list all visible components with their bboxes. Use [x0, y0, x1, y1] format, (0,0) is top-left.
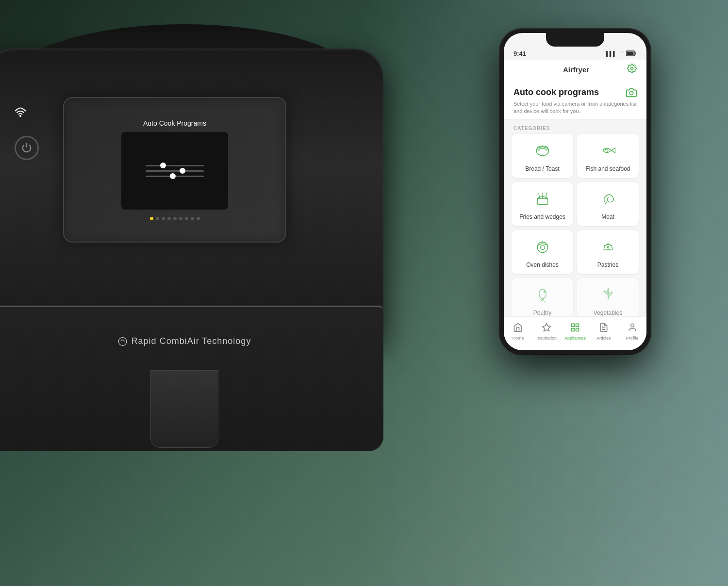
section-description: Select your food via camera or from a ca…: [513, 100, 637, 115]
svg-point-1: [118, 337, 127, 345]
nav-inspiration[interactable]: Inspiration: [532, 323, 561, 341]
phone-notch: [546, 33, 604, 47]
category-fish-seafood[interactable]: Fish and seafood: [577, 134, 639, 178]
section-header: Auto cook programs Select your food via …: [504, 80, 646, 120]
meat-icon: [599, 190, 617, 210]
home-label: Home: [512, 336, 524, 341]
bread-toast-label: Bread / Toast: [525, 165, 560, 172]
svg-rect-15: [576, 328, 579, 331]
rapid-combair-label: Rapid CombiAir Technology: [118, 336, 251, 349]
section-title: Auto cook programs: [513, 87, 599, 98]
vegetables-icon: [599, 286, 617, 306]
category-oven-dishes[interactable]: Oven dishes: [512, 230, 573, 274]
dot-9: [197, 217, 200, 220]
power-button[interactable]: [15, 136, 39, 160]
app-content: Auto cook programs Select your food via …: [504, 80, 646, 334]
dot-7: [185, 217, 188, 220]
panel-dots: [150, 217, 200, 220]
signal-icon: ▌▌▌: [606, 51, 616, 56]
svg-rect-8: [537, 198, 548, 205]
bottom-nav: Home Inspiration: [504, 316, 646, 350]
category-bread-toast[interactable]: Bread / Toast: [512, 134, 573, 178]
dot-3: [162, 217, 165, 220]
header-row: Auto cook programs: [513, 87, 637, 100]
categories-grid: Bread / Toast Fish and seafood: [504, 134, 646, 322]
articles-label: Articles: [596, 336, 611, 341]
panel-icons: [15, 107, 39, 160]
dot-6: [179, 217, 182, 220]
svg-point-7: [605, 149, 606, 150]
bread-toast-icon: [534, 142, 551, 162]
phone-wrapper: 9:41 ▌▌▌: [495, 29, 699, 538]
oven-dishes-label: Oven dishes: [526, 261, 559, 268]
wifi-indicator: [15, 107, 39, 121]
wifi-status-icon: [618, 50, 624, 57]
category-fries-wedges[interactable]: Fries and wedges: [512, 182, 573, 226]
dot-1: [150, 217, 153, 220]
dot-2: [156, 217, 159, 220]
settings-icon[interactable]: [627, 64, 637, 76]
poultry-label: Poultry: [533, 309, 551, 316]
phone-frame: 9:41 ▌▌▌: [500, 29, 650, 354]
fries-wedges-icon: [534, 190, 551, 210]
profile-label: Profile: [626, 336, 639, 341]
svg-point-10: [540, 245, 545, 249]
app-header: Airfryer: [504, 60, 646, 80]
slider-1: [146, 165, 204, 166]
battery-icon: [626, 50, 637, 57]
svg-point-12: [544, 291, 545, 293]
svg-rect-14: [576, 324, 579, 327]
airfryer-device: PHILIPS Auto Cook Programs: [0, 39, 398, 475]
categories-label: CATEGORIES: [504, 120, 646, 134]
vegetables-label: Vegetables: [594, 309, 622, 316]
meat-label: Meat: [601, 213, 614, 220]
app-title: Airfryer: [525, 65, 627, 74]
appliances-icon: [570, 323, 580, 335]
pastries-label: Pastries: [597, 261, 618, 268]
fish-seafood-label: Fish and seafood: [585, 165, 630, 172]
oven-dishes-icon: [534, 238, 551, 258]
dot-5: [173, 217, 177, 220]
slider-knob-3: [170, 173, 176, 179]
inspiration-icon: [542, 323, 551, 335]
category-poultry[interactable]: Poultry: [512, 278, 573, 322]
dot-4: [167, 217, 171, 220]
slider-knob-1: [160, 163, 166, 168]
airfryer-bottom: Rapid CombiAir Technology: [0, 306, 383, 451]
category-meat[interactable]: Meat: [577, 182, 639, 226]
phone-screen: 9:41 ▌▌▌: [504, 33, 646, 350]
articles-icon: [599, 323, 609, 335]
panel-screen: [121, 132, 228, 210]
display-panel: Auto Cook Programs: [63, 97, 286, 243]
slider-3: [146, 176, 204, 177]
svg-rect-13: [571, 324, 574, 327]
svg-rect-16: [571, 328, 574, 331]
drawer-handle: [150, 370, 218, 448]
panel-label: Auto Cook Programs: [143, 119, 206, 127]
airfryer-body: Auto Cook Programs: [0, 49, 383, 340]
nav-appliances[interactable]: Appliances: [561, 323, 590, 341]
slider-knob-2: [180, 168, 185, 174]
nav-articles[interactable]: Articles: [589, 323, 618, 341]
dot-8: [191, 217, 194, 220]
svg-point-19: [630, 324, 634, 327]
nav-home[interactable]: Home: [504, 323, 532, 341]
svg-point-11: [607, 246, 609, 248]
status-icons: ▌▌▌: [606, 50, 637, 57]
pastries-icon: [599, 238, 617, 258]
home-icon: [513, 323, 523, 335]
slider-2: [146, 170, 204, 172]
category-vegetables[interactable]: Vegetables: [577, 278, 639, 322]
camera-button[interactable]: [626, 87, 637, 100]
profile-icon: [628, 323, 637, 335]
category-pastries[interactable]: Pastries: [577, 230, 639, 274]
inspiration-label: Inspiration: [536, 336, 557, 341]
appliances-label: Appliances: [564, 336, 586, 341]
status-time: 9:41: [513, 50, 526, 57]
poultry-icon: [534, 286, 551, 306]
fries-wedges-label: Fries and wedges: [519, 213, 565, 220]
nav-profile[interactable]: Profile: [618, 323, 646, 341]
svg-rect-3: [627, 51, 634, 55]
svg-point-5: [629, 91, 633, 95]
fish-seafood-icon: [599, 142, 617, 162]
